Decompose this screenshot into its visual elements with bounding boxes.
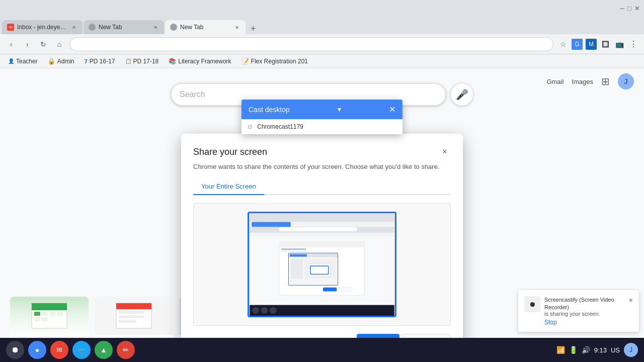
- search-placeholder: Search: [180, 90, 205, 99]
- share-screen-modal: Share your screen × Chrome wants to shar…: [181, 134, 463, 362]
- modal-close-button[interactable]: ×: [439, 146, 451, 158]
- bookmark-pd1718-label: PD 17-18: [133, 58, 159, 65]
- gmail-link[interactable]: Gmail: [546, 78, 564, 85]
- bookmark-literacy-label: Literacy Framework: [178, 58, 231, 65]
- svg-rect-20: [252, 222, 291, 227]
- svg-rect-11: [119, 315, 144, 318]
- stop-button[interactable]: Stop: [544, 319, 625, 326]
- extension-icon-3[interactable]: 🔲: [600, 39, 611, 50]
- tab-option-entire-screen[interactable]: Your Entire Screen: [193, 178, 264, 195]
- screencastify-close-icon[interactable]: ×: [629, 296, 633, 326]
- screencastify-notification: ⏺ Screencastify (Screen Video Recorder) …: [518, 290, 639, 332]
- extension-icon-1[interactable]: G: [572, 39, 583, 50]
- tab-label-inbox: Inbox - jen.deyenberg@...: [17, 24, 67, 31]
- tab-close-nt2[interactable]: ✕: [233, 24, 240, 31]
- svg-point-40: [252, 307, 259, 314]
- screen-preview-area: [193, 203, 451, 326]
- address-bar-row: ‹ › ↻ ⌂ ☆ G M 🔲 📺 ⋮: [0, 34, 644, 54]
- tab-newtab1[interactable]: New Tab ✕: [84, 20, 164, 34]
- title-bar: ─ □ ✕: [0, 0, 644, 16]
- bookmarks-bar: 👤 Teacher 🔒 Admin 7 PD 16-17 📋 PD 17-18 …: [0, 54, 644, 68]
- mail-preview-svg: [114, 301, 154, 331]
- new-tab-button[interactable]: +: [247, 24, 260, 34]
- menu-icon[interactable]: ⋮: [628, 39, 639, 50]
- screencastify-icon: ⏺: [524, 296, 540, 312]
- cast-header: Cast desktop ▼ ✕: [242, 100, 403, 119]
- bookmark-teacher-icon: 👤: [8, 58, 14, 64]
- network-icon: 📶: [556, 346, 565, 354]
- cast-close-icon[interactable]: ✕: [389, 105, 395, 114]
- bookmark-pd1617[interactable]: 7 PD 16-17: [80, 57, 119, 66]
- svg-rect-36: [310, 266, 329, 275]
- reload-button[interactable]: ↻: [37, 38, 49, 50]
- tab-close-inbox[interactable]: ✕: [70, 24, 77, 31]
- taskbar-edit-icon[interactable]: ✏: [117, 341, 135, 359]
- taskbar-chrome-icon[interactable]: ●: [28, 341, 46, 359]
- svg-rect-23: [250, 233, 394, 237]
- tab-close-nt1[interactable]: ✕: [152, 24, 159, 31]
- screen-thumbnail[interactable]: [248, 212, 396, 317]
- svg-rect-3: [42, 312, 48, 316]
- tab-favicon-nt2: [170, 24, 177, 31]
- mic-icon[interactable]: 🎤: [451, 83, 473, 106]
- svg-rect-38: [339, 288, 352, 292]
- images-link[interactable]: Images: [572, 78, 593, 85]
- main-content: Gmail Images ⊞ J Search 🎤: [0, 68, 644, 362]
- tab-label-nt2: New Tab: [180, 24, 203, 31]
- bookmark-literacy[interactable]: 📚 Literacy Framework: [165, 57, 235, 66]
- bookmark-flex[interactable]: 📝 Flex Registration 201: [237, 57, 312, 66]
- bookmark-star-icon[interactable]: ☆: [557, 39, 569, 50]
- modal-header: Share your screen ×: [193, 146, 451, 158]
- svg-rect-4: [49, 312, 55, 316]
- tab-inbox[interactable]: ✉ Inbox - jen.deyenberg@... ✕: [2, 20, 83, 34]
- minimize-icon[interactable]: ─: [620, 5, 624, 12]
- screen-preview-svg: [249, 213, 395, 316]
- svg-rect-1: [32, 303, 67, 310]
- svg-rect-5: [57, 312, 63, 316]
- cast-content: ⊙ Chromecast1179: [242, 119, 403, 134]
- taskbar-right: 📶 🔋 🔊 9:13 US J: [556, 343, 638, 357]
- taskbar-twitter-icon[interactable]: 🐦: [72, 341, 91, 359]
- time-display: 9:13: [594, 346, 607, 354]
- svg-rect-19: [250, 213, 394, 222]
- svg-rect-22: [279, 227, 357, 231]
- home-button[interactable]: ⌂: [53, 38, 65, 50]
- cast-icon[interactable]: 📺: [614, 39, 625, 50]
- tab-newtab2[interactable]: New Tab ✕: [165, 20, 246, 34]
- apps-icon[interactable]: ⊞: [601, 75, 610, 87]
- taskbar-avatar[interactable]: J: [624, 343, 638, 357]
- svg-point-41: [261, 307, 268, 314]
- toolbar-icons: ☆ G M 🔲 📺 ⋮: [557, 39, 639, 50]
- svg-rect-9: [116, 303, 151, 309]
- back-button[interactable]: ‹: [5, 38, 17, 50]
- taskbar-drive-icon[interactable]: ▲: [95, 341, 113, 359]
- bookmark-pd1718-icon: 📋: [125, 58, 131, 64]
- bookmark-literacy-icon: 📚: [169, 58, 176, 65]
- taskbar: ⏺ ● ✉ 🐦 ▲ ✏ 📶 🔋 🔊 9:13 US J: [0, 338, 644, 362]
- close-window-icon[interactable]: ✕: [634, 5, 640, 12]
- bookmark-admin-icon: 🔒: [48, 58, 55, 65]
- user-avatar[interactable]: J: [618, 73, 634, 89]
- maximize-icon[interactable]: □: [627, 5, 631, 12]
- bookmark-pd1718[interactable]: 📋 PD 17-18: [121, 57, 163, 66]
- bookmark-admin[interactable]: 🔒 Admin: [44, 57, 78, 66]
- tab-favicon-inbox: ✉: [7, 24, 14, 31]
- cast-title: Cast desktop: [249, 106, 290, 114]
- svg-rect-6: [34, 317, 40, 321]
- screencastify-message: is sharing your screen.: [544, 311, 625, 317]
- taskbar-gmail-icon[interactable]: ✉: [50, 341, 68, 359]
- address-input[interactable]: [69, 37, 553, 51]
- extension-icon-2[interactable]: M: [586, 39, 597, 50]
- thumb-mail-img: [95, 297, 173, 335]
- battery-icon: 🔋: [569, 346, 578, 354]
- forward-button[interactable]: ›: [21, 38, 33, 50]
- svg-rect-33: [291, 259, 303, 279]
- svg-point-42: [270, 307, 277, 314]
- bookmark-admin-label: Admin: [57, 58, 74, 65]
- modal-description: Chrome wants to share the contents of yo…: [193, 163, 451, 170]
- cast-dropdown-icon[interactable]: ▼: [336, 106, 342, 113]
- bookmark-teacher[interactable]: 👤 Teacher: [4, 57, 42, 66]
- taskbar-power-icon[interactable]: ⏺: [6, 341, 24, 359]
- cast-device-name: Chromecast1179: [257, 123, 303, 130]
- svg-rect-10: [119, 311, 144, 314]
